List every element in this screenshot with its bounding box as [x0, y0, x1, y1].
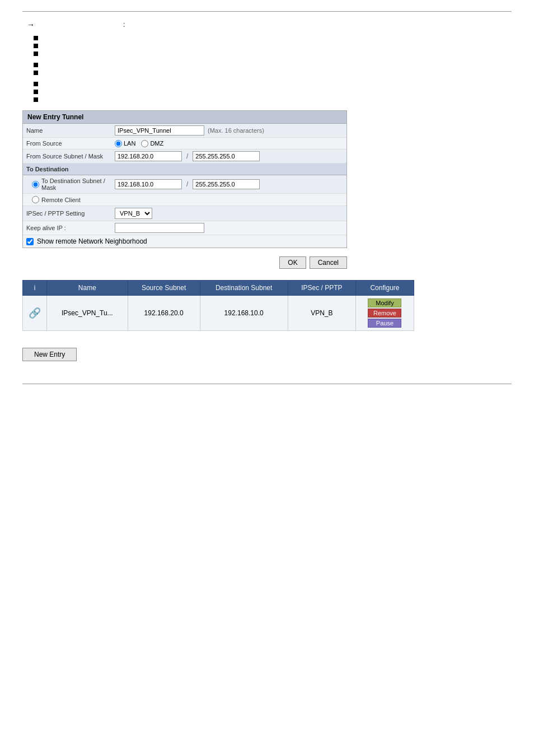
form-row-remote-client: Remote Client	[23, 194, 346, 206]
ipsec-label: IPSec / PPTP Setting	[23, 208, 113, 219]
form-row-to-dest-header: To Destination	[23, 164, 346, 175]
remote-client-value	[113, 198, 346, 202]
show-network-checkbox[interactable]	[26, 238, 34, 245]
dest-subnet-label-text: To Destination Subnet / Mask	[41, 178, 109, 191]
form-button-row: OK Cancel	[22, 256, 347, 269]
to-dest-value-empty	[113, 167, 346, 171]
new-entry-container: New Entry	[22, 339, 512, 361]
dest-subnet-value: /	[113, 178, 346, 191]
name-input[interactable]	[115, 125, 204, 136]
colon-sep: :	[123, 21, 125, 29]
bullet-item	[22, 43, 512, 48]
lan-radio-option[interactable]: LAN	[115, 140, 135, 147]
form-row-ipsec: IPSec / PPTP Setting VPN_B	[23, 206, 346, 221]
bullet-icon	[34, 90, 38, 94]
row-name-cell: IPsec_VPN_Tu...	[47, 296, 128, 331]
arrow-symbol: →	[27, 20, 35, 29]
remove-button[interactable]: Remove	[368, 309, 401, 318]
bullet-group-2	[22, 62, 512, 75]
keep-alive-value	[113, 221, 346, 235]
configure-buttons: Modify Remove Pause	[362, 298, 408, 328]
bullet-icon	[34, 52, 38, 56]
bullet-icon	[34, 44, 38, 48]
dest-subnet-radio[interactable]	[32, 181, 39, 188]
bullet-item	[22, 96, 512, 102]
bullet-item	[22, 88, 512, 94]
remote-client-radio[interactable]	[32, 196, 39, 203]
bullet-item	[22, 62, 512, 67]
bullet-icon	[34, 36, 38, 40]
dest-subnet-input[interactable]	[115, 179, 182, 189]
dmz-label: DMZ	[150, 140, 163, 147]
ok-button[interactable]: OK	[279, 256, 306, 269]
form-row-source-subnet: From Source Subnet / Mask /	[23, 150, 346, 164]
bullet-icon	[34, 82, 38, 86]
source-subnet-input[interactable]	[115, 151, 182, 161]
form-row-name: Name (Max. 16 characters)	[23, 124, 346, 138]
dest-subnet-label: To Destination Subnet / Mask	[23, 175, 113, 193]
form-row-keep-alive: Keep alive IP :	[23, 221, 346, 235]
keep-alive-label: Keep alive IP :	[23, 222, 113, 234]
show-network-row: Show remote Network Neighborhood	[23, 235, 346, 248]
remote-client-label: Remote Client	[23, 194, 113, 206]
bullet-item	[22, 35, 512, 40]
remote-client-label-text: Remote Client	[41, 197, 81, 203]
row-configure-cell: Modify Remove Pause	[355, 296, 414, 331]
vpn-icon: 🔗	[29, 307, 41, 319]
bottom-divider	[22, 384, 512, 384]
table-row: 🔗 IPsec_VPN_Tu... 192.168.20.0 192.168.1…	[23, 296, 414, 331]
row-icon-cell: 🔗	[23, 296, 47, 331]
row-source-cell: 192.168.20.0	[128, 296, 200, 331]
row-ipsec-cell: VPN_B	[288, 296, 355, 331]
table-header-row: i Name Source Subnet Destination Subnet …	[23, 281, 414, 296]
col-header-source: Source Subnet	[128, 281, 200, 296]
slash-sep: /	[185, 152, 189, 160]
bullet-item	[22, 50, 512, 56]
modify-button[interactable]: Modify	[368, 298, 401, 307]
bullet-item	[22, 81, 512, 86]
col-header-name: Name	[47, 281, 128, 296]
slash-sep2: /	[185, 180, 189, 188]
form-row-from-source: From Source LAN DMZ	[23, 138, 346, 150]
cancel-button[interactable]: Cancel	[310, 256, 347, 269]
bullet-item	[22, 69, 512, 75]
show-network-label: Show remote Network Neighborhood	[37, 237, 147, 245]
tunnel-table-container: i Name Source Subnet Destination Subnet …	[22, 280, 414, 331]
form-title: New Entry Tunnel	[23, 111, 346, 124]
col-header-info: i	[23, 281, 47, 296]
name-hint: (Max. 16 characters)	[208, 127, 264, 134]
new-entry-button[interactable]: New Entry	[22, 348, 77, 361]
dmz-radio-option[interactable]: DMZ	[141, 140, 163, 147]
from-source-value: LAN DMZ	[113, 138, 346, 149]
dmz-radio[interactable]	[141, 140, 148, 147]
keep-alive-input[interactable]	[115, 223, 204, 233]
name-value-cell: (Max. 16 characters)	[113, 124, 346, 137]
bullet-group-3	[22, 81, 512, 102]
bullet-icon	[34, 63, 38, 67]
bullet-icon	[34, 71, 38, 75]
row-dest-cell: 192.168.10.0	[200, 296, 288, 331]
tunnel-table: i Name Source Subnet Destination Subnet …	[22, 280, 414, 331]
arrow-line: → :	[22, 20, 512, 29]
bullet-group-1	[22, 35, 512, 56]
from-source-radio-group: LAN DMZ	[115, 140, 163, 147]
to-destination-label: To Destination	[23, 164, 113, 175]
ipsec-select[interactable]: VPN_B	[115, 208, 152, 219]
ipsec-value: VPN_B	[113, 206, 346, 221]
lan-radio[interactable]	[115, 140, 122, 147]
source-subnet-value: /	[113, 150, 346, 163]
from-source-label: From Source	[23, 138, 113, 149]
bullet-icon	[34, 97, 38, 102]
col-header-dest: Destination Subnet	[200, 281, 288, 296]
source-mask-input[interactable]	[193, 151, 260, 161]
form-row-dest-subnet: To Destination Subnet / Mask /	[23, 175, 346, 194]
col-header-ipsec: IPSec / PPTP	[288, 281, 355, 296]
new-entry-tunnel-form: New Entry Tunnel Name (Max. 16 character…	[22, 110, 347, 248]
source-subnet-label: From Source Subnet / Mask	[23, 151, 113, 162]
lan-label: LAN	[124, 140, 135, 147]
pause-button[interactable]: Pause	[368, 319, 401, 328]
col-header-configure: Configure	[355, 281, 414, 296]
top-divider	[22, 11, 512, 12]
name-label: Name	[23, 125, 113, 136]
dest-mask-input[interactable]	[193, 179, 260, 189]
